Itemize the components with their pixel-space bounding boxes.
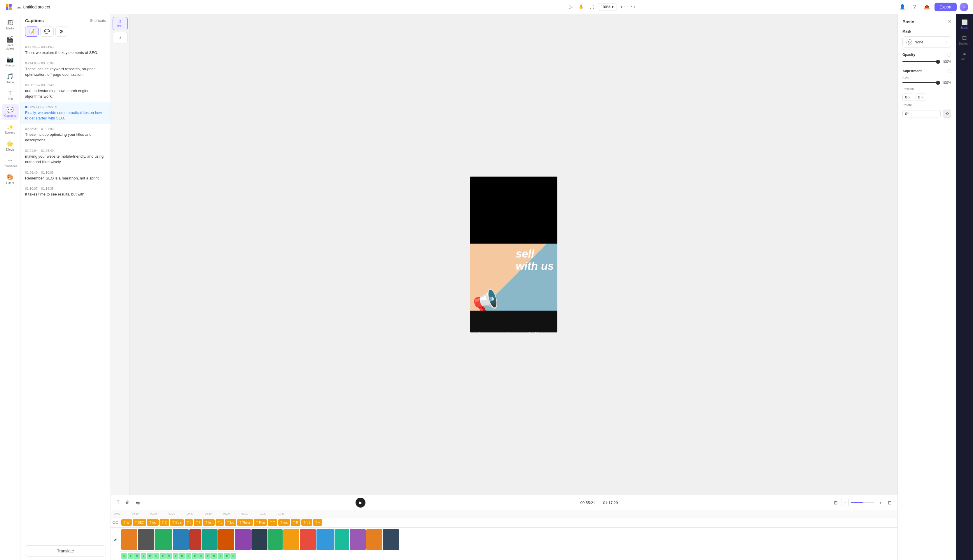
caption-tab-settings[interactable]: ⚙ <box>55 27 67 37</box>
caption-chip[interactable]: TSEC <box>133 518 146 526</box>
caption-chip[interactable]: TFina <box>254 518 267 526</box>
caption-chip[interactable]: Tfoc <box>147 518 158 526</box>
media-thumb[interactable] <box>300 529 316 550</box>
caption-text-tool-btn[interactable]: T <box>115 499 121 507</box>
audio-chip[interactable]: ↻ <box>205 553 211 559</box>
media-thumb[interactable] <box>202 529 217 550</box>
size-thumb[interactable] <box>936 81 940 85</box>
export-button[interactable]: Export <box>935 3 957 12</box>
media-thumb[interactable] <box>235 529 251 550</box>
audio-chip[interactable]: ↻ <box>160 553 166 559</box>
crop-tool-btn[interactable]: ⛶ <box>587 2 597 12</box>
audio-chip[interactable]: ↻ <box>147 553 153 559</box>
sidebar-item-text[interactable]: T Text <box>2 87 18 103</box>
list-item[interactable]: 00:44:63 – 00:50:09 These include keywor… <box>20 58 110 80</box>
zoom-control[interactable]: 100% ▾ <box>598 3 617 10</box>
list-item[interactable]: 01:01:94 – 01:06:40 making your website … <box>20 146 110 168</box>
share-btn[interactable]: 📤 <box>922 2 931 12</box>
media-thumb[interactable] <box>121 529 137 550</box>
sidebar-item-media[interactable]: 🖼 Media <box>2 17 18 32</box>
volume-icon[interactable]: 🔊 <box>114 538 117 541</box>
audio-chip[interactable]: ↻ <box>154 553 159 559</box>
caption-text[interactable]: These include optimizing your titles and… <box>25 132 106 143</box>
collaborators-btn[interactable]: 👤 <box>898 2 907 12</box>
caption-tab-bubble[interactable]: 💬 <box>40 27 53 37</box>
size-slider[interactable] <box>903 82 938 83</box>
tiktok-btn[interactable]: ♪ <box>113 32 128 43</box>
caption-chip[interactable]: Tloc <box>225 518 236 526</box>
caption-chip[interactable]: Ty <box>313 518 322 526</box>
zoom-out-btn[interactable]: − <box>841 499 849 507</box>
close-panel-button[interactable]: × <box>948 18 951 25</box>
audio-chip[interactable]: ↻ <box>224 553 230 559</box>
audio-chip[interactable]: ↻ <box>140 553 146 559</box>
media-thumb[interactable] <box>155 529 172 550</box>
sidebar-item-stickers[interactable]: ✨ Stickers <box>2 121 18 137</box>
caption-text-highlight[interactable]: Finally, we provide some practical tips … <box>25 110 106 121</box>
project-title[interactable]: Untitled project <box>23 5 50 9</box>
tab-basic[interactable]: ⬜ Basic <box>956 17 973 32</box>
hand-tool-btn[interactable]: ✋ <box>577 2 586 12</box>
list-item[interactable]: 01:10:07 – 01:14:35 It takes time to see… <box>20 184 110 200</box>
list-item[interactable]: 00:53:41 – 00:58:09 Finally, we provide … <box>20 102 110 124</box>
list-item[interactable]: 00:41:43 – 00:44:63 Then, we explore the… <box>20 42 110 58</box>
audio-chip[interactable]: ↻ <box>179 553 185 559</box>
aspect-9-16-btn[interactable]: ▯ 9:16 <box>113 17 128 30</box>
audio-chip[interactable]: ↻ <box>134 553 140 559</box>
rotate-action-btn[interactable]: ⟲ <box>943 110 951 118</box>
media-thumb[interactable] <box>316 529 334 550</box>
translate-button[interactable]: Translate <box>25 545 106 557</box>
audio-chip[interactable]: ↻ <box>198 553 204 559</box>
mask-selector[interactable]: ⊘ None › <box>903 37 951 47</box>
sidebar-item-stock-videos[interactable]: 🎬 Stock videos <box>2 33 18 52</box>
caption-chip[interactable]: TIt's a <box>170 518 184 526</box>
media-thumb[interactable] <box>218 529 234 550</box>
tab-more[interactable]: ● Mo... <box>956 49 973 63</box>
opacity-slider[interactable] <box>903 61 938 62</box>
sidebar-item-effects[interactable]: 🌟 Effects <box>2 138 18 153</box>
user-avatar[interactable]: U <box>960 3 968 12</box>
caption-text[interactable]: making your website mobile-friendly, and… <box>25 153 106 165</box>
audio-chip[interactable]: ↻ <box>173 553 179 559</box>
media-thumb[interactable] <box>350 529 366 550</box>
media-thumb[interactable] <box>383 529 399 550</box>
redo-btn[interactable]: ↪ <box>629 2 638 12</box>
caption-text[interactable]: and understanding how search engine algo… <box>25 88 106 99</box>
media-thumb[interactable] <box>173 529 189 550</box>
caption-chip[interactable]: TR <box>291 518 301 526</box>
flip-btn[interactable]: ⇆ <box>135 499 141 507</box>
sidebar-item-transitions[interactable]: ↔ Transitions <box>2 155 18 170</box>
caption-text[interactable]: Remember, SEO is a marathon, not a sprin… <box>25 175 106 181</box>
list-item[interactable]: 01:06:40 – 01:10:06 Remember, SEO is a m… <box>20 168 110 184</box>
media-thumb[interactable] <box>138 529 154 550</box>
opacity-radio[interactable] <box>947 53 951 57</box>
audio-chip[interactable]: ↻ <box>166 553 172 559</box>
help-btn[interactable]: ? <box>910 2 920 12</box>
media-thumb[interactable] <box>366 529 382 550</box>
zoom-in-btn[interactable]: + <box>877 499 884 507</box>
rotate-input[interactable]: 0° <box>903 110 941 117</box>
y-input[interactable]: 0 Y <box>916 93 926 101</box>
caption-chip[interactable]: Ti <box>185 518 193 526</box>
sidebar-item-audio[interactable]: 🎵 Audio <box>2 70 18 86</box>
caption-chip[interactable]: Tma <box>278 518 290 526</box>
adjustment-radio[interactable] <box>947 69 951 73</box>
list-item[interactable]: 00:50:10 – 00:53:40 and understanding ho… <box>20 80 110 102</box>
x-input[interactable]: 0 X <box>903 93 913 101</box>
delete-btn[interactable]: 🗑 <box>124 499 131 507</box>
caption-chip[interactable]: TThese <box>237 518 253 526</box>
shortcuts-button[interactable]: Shortcuts <box>90 18 106 23</box>
audio-chip[interactable]: ↻ <box>211 553 217 559</box>
caption-chip[interactable]: TI <box>194 518 202 526</box>
audio-chip[interactable]: ↻ <box>217 553 223 559</box>
caption-chip[interactable]: Tt <box>216 518 224 526</box>
media-thumb[interactable] <box>189 529 201 550</box>
opacity-thumb[interactable] <box>936 60 940 64</box>
timeline-icon-btn1[interactable]: ⊞ <box>833 499 839 507</box>
undo-btn[interactable]: ↩ <box>618 2 627 12</box>
caption-chip[interactable]: TT <box>268 518 277 526</box>
caption-chip[interactable]: TIt t <box>301 518 312 526</box>
media-thumb[interactable] <box>251 529 267 550</box>
caption-text[interactable]: Then, we explore the key elements of SEO… <box>25 50 106 56</box>
play-tool-btn[interactable]: ▷ <box>566 2 575 12</box>
